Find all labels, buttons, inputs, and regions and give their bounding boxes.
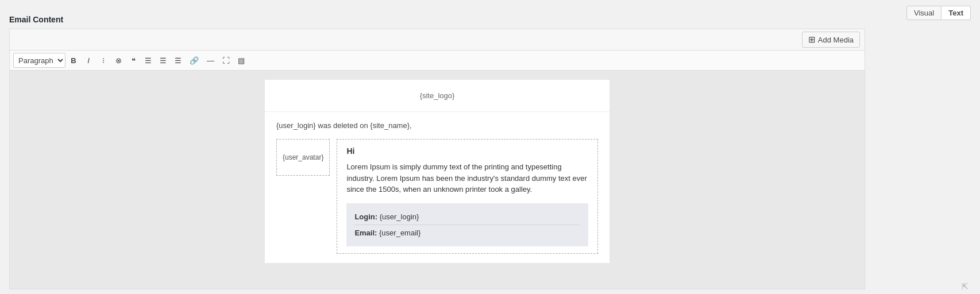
email-logo-area: {site_logo} xyxy=(265,80,609,112)
add-media-icon: ⊞ xyxy=(808,34,816,45)
align-left-button[interactable]: ☰ xyxy=(141,55,155,67)
editor-body[interactable]: {site_logo} {user_login} was deleted on … xyxy=(10,71,865,289)
intro-text: {user_login} was deleted on {site_name}, xyxy=(276,121,412,130)
email-row: Email: {user_email} xyxy=(354,225,580,241)
ordered-list-button[interactable]: ⊗ xyxy=(111,55,125,67)
email-preview: {site_logo} {user_login} was deleted on … xyxy=(265,80,609,263)
add-media-label: Add Media xyxy=(818,36,854,44)
horizontal-rule-button[interactable]: ― xyxy=(203,55,218,67)
site-logo-placeholder: {site_logo} xyxy=(420,91,455,100)
resize-handle[interactable]: ⇱ xyxy=(962,282,969,291)
hi-text: Hi xyxy=(346,146,588,156)
login-label: Login: xyxy=(354,212,377,221)
email-value-text: {user_email} xyxy=(379,229,420,237)
login-value-text: {user_login} xyxy=(380,212,419,221)
section-label: Email Content xyxy=(0,9,980,24)
bold-button[interactable]: B xyxy=(67,55,80,67)
unordered-list-button[interactable]: ⁝ xyxy=(97,55,110,67)
kitchen-sink-button[interactable]: ▧ xyxy=(234,55,248,67)
tab-text[interactable]: Text xyxy=(942,6,971,20)
email-content-area: {user_avatar} Hi Lorem Ipsum is simply d… xyxy=(265,134,609,263)
avatar-placeholder-text: {user_avatar} xyxy=(283,153,323,161)
paragraph-select[interactable]: Paragraph xyxy=(13,53,65,68)
tab-visual[interactable]: Visual xyxy=(906,6,942,20)
add-media-button[interactable]: ⊞ Add Media xyxy=(802,32,860,48)
blockquote-button[interactable]: ❝ xyxy=(126,55,140,67)
view-tabs: Visual Text xyxy=(906,6,971,20)
login-row: Login: {user_login} xyxy=(354,209,580,225)
fullscreen-button[interactable]: ⛶ xyxy=(219,55,233,67)
email-body-block: Hi Lorem Ipsum is simply dummy text of t… xyxy=(337,139,598,254)
toolbar: Paragraph B I ⁝ ⊗ ❝ ☰ ☰ ☰ 🔗 ― ⛶ ▧ xyxy=(10,51,865,71)
italic-button[interactable]: I xyxy=(82,55,95,67)
align-right-button[interactable]: ☰ xyxy=(171,55,185,67)
avatar-block: {user_avatar} xyxy=(276,139,330,176)
link-button[interactable]: 🔗 xyxy=(186,55,202,67)
email-label: Email: xyxy=(354,229,377,237)
editor-container: ⊞ Add Media Paragraph B I ⁝ ⊗ ❝ ☰ ☰ ☰ 🔗 … xyxy=(9,29,865,289)
editor-topbar: ⊞ Add Media xyxy=(10,29,865,51)
align-center-button[interactable]: ☰ xyxy=(156,55,170,67)
email-info-table: Login: {user_login} Email: {user_email} xyxy=(346,203,588,246)
email-intro: {user_login} was deleted on {site_name}, xyxy=(265,112,609,134)
lorem-text: Lorem Ipsum is simply dummy text of the … xyxy=(346,161,588,195)
